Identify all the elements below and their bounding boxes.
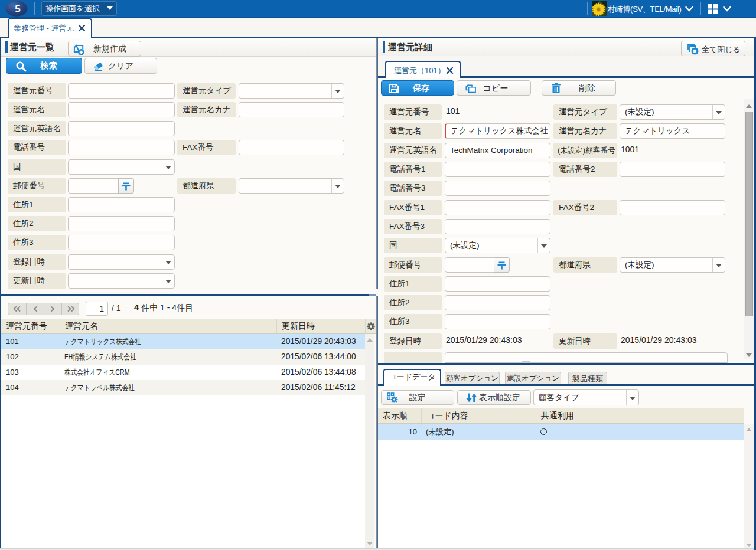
svg-text:5: 5: [15, 4, 20, 15]
